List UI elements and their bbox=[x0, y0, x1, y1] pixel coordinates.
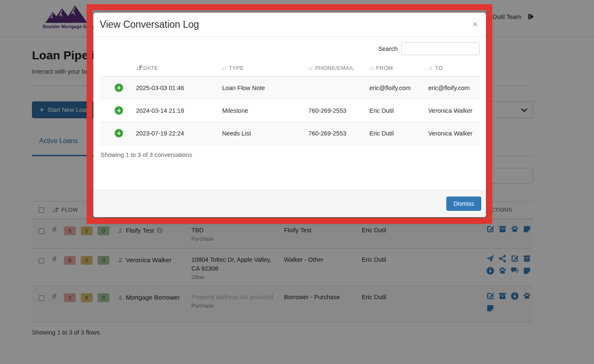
conversation-row: 2025-03-03 01:46 Loan Flow Note eric@flo… bbox=[100, 77, 480, 99]
column-header-to[interactable]: ↓↑TO bbox=[425, 60, 480, 77]
modal-title: View Conversation Log bbox=[100, 19, 199, 30]
conversation-row: 2023-07-19 22:24 Needs List 760-269-2553… bbox=[100, 122, 480, 145]
column-header-from[interactable]: ↓↑FROM bbox=[366, 60, 425, 77]
sort-icon: ↓↑ bbox=[222, 65, 226, 71]
conversations-table: ↓DATE ↓↑TYPE ↓↑PHONE/EMAIL ↓↑FROM ↓↑TO 2… bbox=[100, 60, 480, 145]
expand-row-icon[interactable] bbox=[115, 106, 123, 114]
close-icon[interactable]: × bbox=[471, 20, 480, 29]
conversation-from: Eric Dutil bbox=[366, 99, 425, 122]
column-header-type[interactable]: ↓↑TYPE bbox=[219, 60, 305, 77]
conversation-search-input[interactable] bbox=[401, 43, 480, 55]
conversation-date: 2024-03-14 21:18 bbox=[133, 99, 219, 122]
conversation-phone: 760-269-2553 bbox=[305, 99, 366, 122]
modal-header: View Conversation Log × bbox=[93, 13, 486, 37]
modal-footer: Dismiss bbox=[93, 190, 486, 217]
search-label: Search bbox=[378, 45, 398, 52]
conversation-to: Veronica Walker bbox=[425, 122, 480, 145]
conversation-to: eric@floify.com bbox=[425, 77, 480, 99]
sort-icon: ↓↑ bbox=[308, 65, 312, 71]
conversation-type: Milestone bbox=[219, 99, 305, 122]
column-header-phone-email[interactable]: ↓↑PHONE/EMAIL bbox=[305, 60, 366, 77]
conversation-from: Eric Dutil bbox=[366, 122, 425, 145]
conversation-type: Needs List bbox=[219, 122, 305, 145]
conversation-row: 2024-03-14 21:18 Milestone 760-269-2553 … bbox=[100, 99, 480, 122]
sort-icon: ↓↑ bbox=[428, 65, 432, 71]
conversations-summary: Showing 1 to 3 of 3 conversations bbox=[101, 151, 480, 158]
conversation-date: 2025-03-03 01:46 bbox=[133, 77, 219, 99]
conversation-phone: 760-269-2553 bbox=[305, 122, 366, 145]
conversation-to: Veronica Walker bbox=[425, 99, 480, 122]
conversations-header-row: ↓DATE ↓↑TYPE ↓↑PHONE/EMAIL ↓↑FROM ↓↑TO bbox=[100, 60, 480, 77]
dismiss-button[interactable]: Dismiss bbox=[446, 197, 481, 211]
sort-desc-icon: ↓ bbox=[136, 64, 142, 71]
column-header-date[interactable]: ↓DATE bbox=[133, 60, 219, 77]
conversation-log-modal: View Conversation Log × Search ↓DATE ↓↑T… bbox=[93, 13, 486, 217]
conversation-phone bbox=[305, 77, 366, 99]
expand-row-icon[interactable] bbox=[115, 84, 123, 92]
sort-icon: ↓↑ bbox=[369, 65, 373, 71]
expand-row-icon[interactable] bbox=[115, 129, 123, 137]
expand-column-header bbox=[100, 60, 133, 77]
conversation-date: 2023-07-19 22:24 bbox=[133, 122, 219, 145]
app-root: Boulder Mortgage Group Dutil Team Loan P… bbox=[0, 0, 594, 364]
conversation-type: Loan Flow Note bbox=[219, 77, 305, 99]
conversation-from: eric@floify.com bbox=[366, 77, 425, 99]
modal-body: Search ↓DATE ↓↑TYPE ↓↑PHONE/EMAIL ↓↑FROM… bbox=[93, 37, 486, 190]
